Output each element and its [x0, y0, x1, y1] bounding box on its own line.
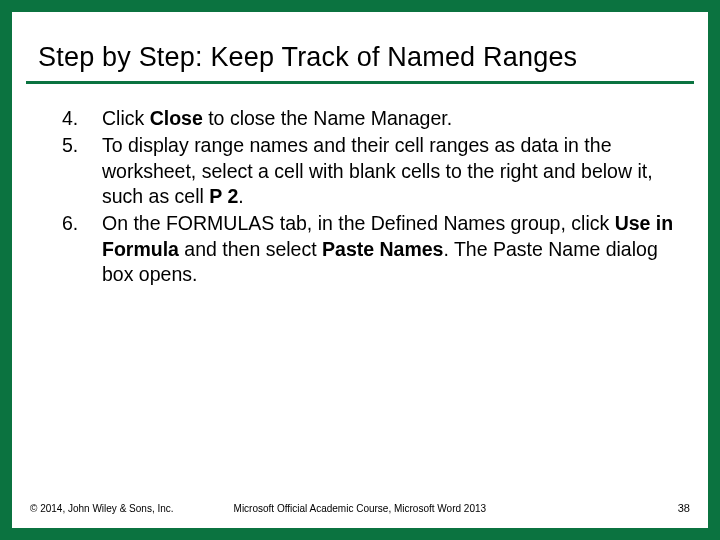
step-5-text-pre: To display range names and their cell ra… [102, 134, 653, 207]
step-4: Click Close to close the Name Manager. [40, 106, 680, 131]
step-list: Click Close to close the Name Manager. T… [40, 106, 680, 287]
slide-title: Step by Step: Keep Track of Named Ranges [26, 12, 694, 84]
step-4-bold-1: Close [150, 107, 203, 129]
step-6-text-mid: and then select [179, 238, 322, 260]
step-6: On the FORMULAS tab, in the Defined Name… [40, 211, 680, 287]
footer-page-number: 38 [678, 502, 690, 514]
step-6-bold-2: Paste Names [322, 238, 443, 260]
footer: © 2014, John Wiley & Sons, Inc. Microsof… [30, 502, 690, 514]
step-5: To display range names and their cell ra… [40, 133, 680, 209]
slide: Step by Step: Keep Track of Named Ranges… [12, 12, 708, 528]
step-4-text-post: to close the Name Manager. [203, 107, 452, 129]
slide-body: Click Close to close the Name Manager. T… [12, 84, 708, 287]
step-5-bold-1: P 2 [209, 185, 238, 207]
footer-course: Microsoft Official Academic Course, Micr… [234, 503, 678, 514]
footer-copyright: © 2014, John Wiley & Sons, Inc. [30, 503, 174, 514]
step-5-text-post: . [238, 185, 243, 207]
step-6-text-pre: On the FORMULAS tab, in the Defined Name… [102, 212, 615, 234]
step-4-text-pre: Click [102, 107, 150, 129]
